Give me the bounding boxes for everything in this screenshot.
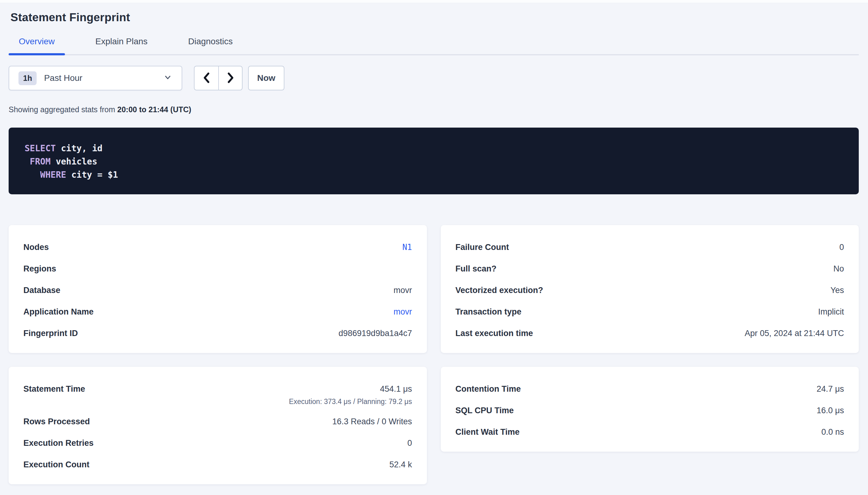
statement-fingerprint-page: Statement Fingerprint Overview Explain P… bbox=[0, 11, 868, 484]
detail-row-last-execution-time: Last execution time Apr 05, 2024 at 21:4… bbox=[456, 328, 844, 338]
execution-retries-label: Execution Retries bbox=[23, 438, 94, 448]
time-range-selector[interactable]: 1h Past Hour bbox=[9, 66, 182, 90]
sql-cpu-time-value: 16.0 μs bbox=[817, 406, 844, 415]
last-execution-time-label: Last execution time bbox=[456, 328, 533, 338]
fingerprint-id-value: d986919d9ba1a4c7 bbox=[339, 328, 412, 338]
transaction-type-label: Transaction type bbox=[456, 307, 522, 317]
perf-row-rows-processed: Rows Processed 16.3 Reads / 0 Writes bbox=[23, 416, 412, 426]
sql-statement-box: SELECT city, id FROM vehicles WHERE city… bbox=[9, 127, 859, 194]
statement-time-value: 454.1 μs bbox=[289, 384, 412, 394]
time-window-nav bbox=[194, 66, 243, 90]
transaction-type-value: Implicit bbox=[818, 307, 844, 317]
failure-count-value: 0 bbox=[839, 242, 844, 252]
sql-cpu-time-label: SQL CPU Time bbox=[456, 406, 514, 415]
performance-cards: Statement Time 454.1 μs Execution: 373.4… bbox=[9, 367, 859, 484]
detail-row-nodes: Nodes N1 bbox=[23, 242, 412, 252]
execution-attributes-card: Failure Count 0 Full scan? No Vectorized… bbox=[441, 225, 859, 353]
database-value: movr bbox=[394, 285, 412, 295]
now-button[interactable]: Now bbox=[248, 66, 284, 90]
detail-row-failure-count: Failure Count 0 bbox=[456, 242, 844, 252]
time-range-label: Past Hour bbox=[44, 73, 163, 83]
vectorized-execution-label: Vectorized execution? bbox=[456, 285, 543, 295]
rows-processed-label: Rows Processed bbox=[23, 416, 90, 426]
summary-time-range: 20:00 to 21:44 (UTC) bbox=[117, 105, 191, 114]
sql-line-2: FROM vehicles bbox=[24, 155, 847, 168]
perf-row-statement-time: Statement Time 454.1 μs Execution: 373.4… bbox=[23, 384, 412, 406]
statement-time-breakdown: Execution: 373.4 μs / Planning: 79.2 μs bbox=[289, 397, 412, 406]
perf-row-sql-cpu-time: SQL CPU Time 16.0 μs bbox=[456, 406, 844, 415]
execution-retries-value: 0 bbox=[407, 438, 412, 448]
sql-line-3: WHERE city = $1 bbox=[24, 168, 847, 182]
chevron-left-icon bbox=[202, 71, 211, 85]
full-scan-label: Full scan? bbox=[456, 264, 497, 274]
last-execution-time-value: Apr 05, 2024 at 21:44 UTC bbox=[744, 328, 844, 338]
tab-diagnostics[interactable]: Diagnostics bbox=[178, 36, 243, 54]
chevron-right-icon bbox=[226, 71, 235, 85]
detail-row-regions: Regions bbox=[23, 264, 412, 274]
sql-keyword: FROM bbox=[30, 156, 50, 167]
perf-row-execution-retries: Execution Retries 0 bbox=[23, 438, 412, 448]
statement-details-card: Nodes N1 Regions Database movr Applicati… bbox=[9, 225, 427, 353]
tab-bar: Overview Explain Plans Diagnostics bbox=[9, 36, 859, 55]
detail-row-full-scan: Full scan? No bbox=[456, 264, 844, 274]
top-strip bbox=[0, 0, 868, 3]
failure-count-label: Failure Count bbox=[456, 242, 509, 252]
application-name-label: Application Name bbox=[23, 307, 94, 317]
summary-prefix: Showing aggregated stats from bbox=[9, 105, 115, 114]
time-controls: 1h Past Hour bbox=[9, 66, 859, 90]
previous-time-window-button[interactable] bbox=[195, 66, 218, 90]
wait-time-card: Contention Time 24.7 μs SQL CPU Time 16.… bbox=[441, 367, 859, 451]
sql-keyword: WHERE bbox=[40, 170, 66, 180]
client-wait-time-value: 0.0 ns bbox=[821, 427, 844, 437]
statement-time-label: Statement Time bbox=[23, 384, 85, 394]
detail-row-vectorized-execution: Vectorized execution? Yes bbox=[456, 285, 844, 295]
details-cards: Nodes N1 Regions Database movr Applicati… bbox=[9, 225, 859, 353]
perf-row-contention-time: Contention Time 24.7 μs bbox=[456, 384, 844, 394]
nodes-label: Nodes bbox=[23, 242, 49, 252]
tab-explain-plans-label: Explain Plans bbox=[95, 37, 148, 46]
sql-keyword: SELECT bbox=[24, 143, 56, 153]
client-wait-time-label: Client Wait Time bbox=[456, 427, 520, 437]
contention-time-value: 24.7 μs bbox=[817, 384, 844, 394]
detail-row-transaction-type: Transaction type Implicit bbox=[456, 307, 844, 317]
next-time-window-button[interactable] bbox=[218, 66, 242, 90]
database-label: Database bbox=[23, 285, 60, 295]
vectorized-execution-value: Yes bbox=[831, 285, 844, 295]
page-title: Statement Fingerprint bbox=[11, 11, 859, 24]
detail-row-application-name: Application Name movr bbox=[23, 307, 412, 317]
detail-row-database: Database movr bbox=[23, 285, 412, 295]
perf-row-client-wait-time: Client Wait Time 0.0 ns bbox=[456, 427, 844, 437]
contention-time-label: Contention Time bbox=[456, 384, 521, 394]
tab-explain-plans[interactable]: Explain Plans bbox=[85, 36, 158, 54]
execution-count-value: 52.4 k bbox=[389, 460, 412, 470]
full-scan-value: No bbox=[833, 264, 844, 274]
chevron-down-icon bbox=[163, 73, 173, 83]
node-link[interactable]: N1 bbox=[402, 242, 412, 252]
time-range-badge: 1h bbox=[18, 71, 37, 85]
detail-row-fingerprint-id: Fingerprint ID d986919d9ba1a4c7 bbox=[23, 328, 412, 338]
aggregated-stats-summary: Showing aggregated stats from20:00 to 21… bbox=[9, 105, 859, 114]
perf-row-execution-count: Execution Count 52.4 k bbox=[23, 460, 412, 470]
tab-overview[interactable]: Overview bbox=[9, 36, 65, 54]
tab-overview-label: Overview bbox=[19, 37, 55, 46]
tab-diagnostics-label: Diagnostics bbox=[188, 37, 233, 46]
sql-line-1: SELECT city, id bbox=[24, 142, 847, 155]
regions-label: Regions bbox=[23, 264, 56, 274]
execution-count-label: Execution Count bbox=[23, 460, 89, 470]
application-name-link[interactable]: movr bbox=[394, 307, 412, 317]
rows-processed-value: 16.3 Reads / 0 Writes bbox=[332, 416, 412, 426]
statement-performance-card: Statement Time 454.1 μs Execution: 373.4… bbox=[9, 367, 427, 484]
fingerprint-id-label: Fingerprint ID bbox=[23, 328, 78, 338]
